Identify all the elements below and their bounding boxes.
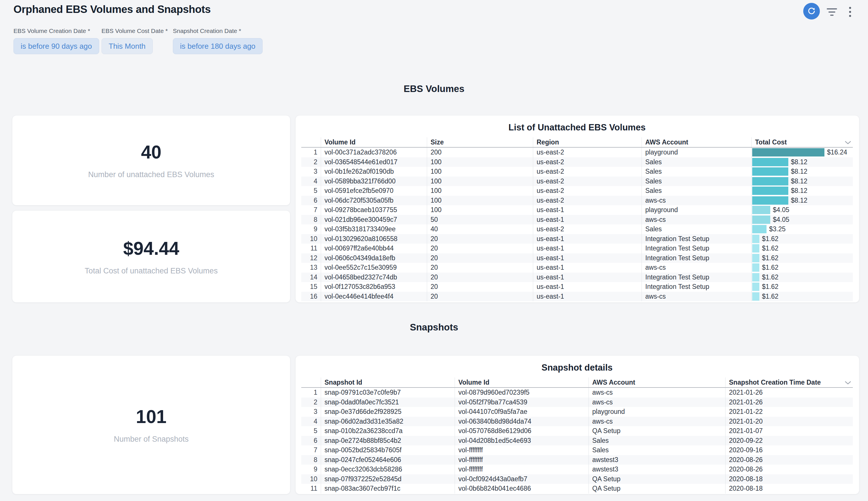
cell-aws-account: Sales	[642, 177, 751, 186]
cell-snapshot-id: snap-0dad0fa0ec7fc3521	[321, 397, 454, 407]
cost-label: $1.62	[762, 264, 779, 271]
cell-volume-id: vol-0ee552c7c15e30959	[321, 263, 427, 273]
cost-bar	[752, 273, 759, 281]
table-row: 9 snap-0ecc32063dcb58286 vol-ffffffff aw…	[301, 465, 853, 475]
cell-aws-account: aws-cs	[589, 397, 725, 407]
cost-label: $1.62	[762, 235, 779, 243]
cell-volume-id: vol-0591efce2fb5e0970	[321, 186, 427, 196]
cell-snapshot-id: snap-0e2724b88bf85c4b2	[321, 436, 454, 446]
table-row: 11 vol-00697ff2a6e40bb44 20 us-east-1 In…	[301, 244, 853, 253]
cell-size: 20	[427, 273, 533, 282]
filter-label: Snapshot Creation Date *	[173, 28, 262, 34]
cell-volume-id: vol-09278bcaeb1037755	[321, 205, 427, 215]
table-row: 2 vol-036548544e61ed017 100 us-east-2 Sa…	[301, 157, 853, 167]
dashboard-page: Orphaned EBS Volumes and Snapshots EBS V…	[0, 0, 868, 501]
cell-volume-id: vol-013029620a8106558	[321, 234, 427, 244]
column-header-snapshot-id: Snapshot Id	[321, 377, 454, 387]
cell-total-cost: $1.62	[751, 253, 853, 263]
cell-region: us-east-2	[533, 177, 642, 186]
unattached-volumes-table-card: List of Unattached EBS Volumes Volume Id…	[296, 116, 859, 302]
kpi-label: Number of Snapshots	[114, 435, 189, 444]
cell-aws-account: Sales	[642, 167, 751, 177]
table-row: 1 vol-00c371a2adc378206 200 us-east-2 pl…	[301, 148, 853, 157]
cell-region: us-east-2	[533, 167, 642, 177]
row-number: 13	[301, 263, 321, 273]
table-row: 5 snap-010b22a36238ccd7a vol-0570768d8e6…	[301, 426, 853, 436]
cell-total-cost: $8.12	[751, 157, 853, 167]
table-row: 4 vol-0589bba321f766d00 100 us-east-2 Sa…	[301, 177, 853, 186]
table-row: 8 vol-021db96ee300459c7 50 us-east-1 aws…	[301, 215, 853, 225]
cell-snapshot-date: 2021-01-26	[725, 397, 853, 407]
refresh-button[interactable]	[803, 3, 820, 20]
cell-size: 100	[427, 157, 533, 167]
cell-snapshot-id: snap-0ecc32063dcb58286	[321, 465, 454, 475]
cell-aws-account: aws-cs	[642, 215, 751, 225]
cell-total-cost: $4.05	[751, 205, 853, 215]
table-row: 2 snap-0dad0fa0ec7fc3521 vol-05f2f79ba77…	[301, 397, 853, 407]
row-number: 7	[301, 445, 321, 455]
row-number: 4	[301, 177, 321, 186]
cell-region: us-east-2	[533, 148, 642, 157]
column-header-size: Size	[427, 137, 533, 147]
column-header-volume-id: Volume Id	[321, 137, 427, 147]
cell-snapshot-date: 2021-01-07	[725, 426, 853, 436]
filter-volume-cost-date: EBS Volume Cost Date * This Month	[101, 28, 168, 54]
cell-snapshot-date: 2020-08-18	[725, 484, 853, 493]
row-number: 7	[301, 205, 321, 215]
row-number: 1	[301, 388, 321, 397]
table-row: 1 snap-09791c03e7c0fe9b7 vol-0879d960ed7…	[301, 388, 853, 397]
cell-region: us-east-2	[533, 224, 642, 234]
cell-total-cost: $1.62	[751, 273, 853, 282]
cost-label: $8.12	[791, 158, 807, 166]
table-row: 11 snap-083ac3607ecb97f1c vol-0b6b824b04…	[301, 484, 853, 493]
cell-size: 20	[427, 253, 533, 263]
table-row: 9 vol-03f5b3181733409ee 40 us-east-2 Sal…	[301, 224, 853, 234]
cell-size: 20	[427, 244, 533, 253]
chevron-down-icon[interactable]	[845, 138, 851, 146]
cost-bar	[752, 206, 770, 214]
table-row: 10 snap-07f9372252e52845d vol-0cf0924d43…	[301, 475, 853, 484]
kpi-card-snapshot-count: 101 Number of Snapshots	[12, 356, 290, 494]
cell-region: us-east-2	[533, 157, 642, 167]
kebab-menu-icon[interactable]	[849, 7, 851, 18]
filter-chip-volume-creation-date[interactable]: is before 90 days ago	[13, 38, 99, 54]
table-row: 5 vol-0591efce2fb5e0970 100 us-east-2 Sa…	[301, 186, 853, 196]
cell-size: 20	[427, 234, 533, 244]
cost-label: $1.62	[762, 283, 779, 291]
table-row: 12 vol-0606c04349da18efb 20 us-east-1 In…	[301, 253, 853, 263]
cost-label: $8.12	[791, 168, 807, 175]
cell-aws-account: aws-cs	[589, 417, 725, 426]
cell-aws-account: Sales	[642, 224, 751, 234]
cost-bar	[752, 196, 788, 205]
cell-snapshot-date: 2020-09-16	[725, 445, 853, 455]
filter-label: EBS Volume Creation Date *	[13, 28, 99, 34]
cell-aws-account: Integration Test Setup	[642, 244, 751, 253]
cell-aws-account: aws-cs	[642, 263, 751, 273]
cell-volume-id: vol-063840b8d98d4da74	[454, 417, 589, 426]
filter-chip-snapshot-creation-date[interactable]: is before 180 days ago	[173, 38, 262, 54]
kpi-value: $94.44	[123, 238, 180, 259]
refresh-icon	[807, 7, 816, 16]
cell-total-cost: $8.12	[751, 177, 853, 186]
cell-size: 100	[427, 196, 533, 205]
chevron-down-icon[interactable]	[845, 379, 851, 386]
filter-chip-volume-cost-date[interactable]: This Month	[101, 38, 153, 54]
row-number: 5	[301, 426, 321, 436]
column-header-volume-id: Volume Id	[454, 377, 589, 387]
cell-volume-id: vol-0b6b824b041ec4686	[454, 484, 589, 493]
cell-volume-id: vol-06dc720f5305a05fb	[321, 196, 427, 205]
cost-label: $8.12	[791, 178, 807, 185]
cell-volume-id: vol-04658bed2327c74db	[321, 273, 427, 282]
cell-aws-account: Sales	[642, 157, 751, 167]
table-row: 10 vol-013029620a8106558 20 us-east-1 In…	[301, 234, 853, 244]
cell-snapshot-date: 2020-08-26	[725, 455, 853, 465]
kpi-value: 101	[136, 406, 167, 427]
cell-total-cost: $1.62	[751, 263, 853, 273]
filter-icon[interactable]	[826, 8, 838, 16]
column-header-region: Region	[533, 137, 642, 147]
cost-label: $1.62	[762, 254, 779, 262]
cell-snapshot-date: 2021-01-20	[725, 417, 853, 426]
row-number: 15	[301, 282, 321, 292]
table-row: 3 snap-0e37d66de2f928925 vol-044107c0f9a…	[301, 407, 853, 417]
cell-aws-account: Sales	[589, 445, 725, 455]
